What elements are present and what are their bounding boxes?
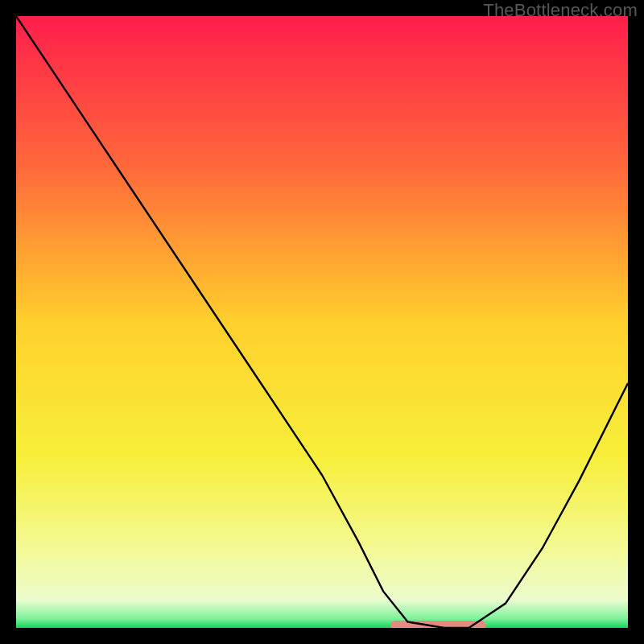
curve-layer [16,16,628,628]
plot-area [16,16,628,628]
bottleneck-curve [16,16,628,628]
chart-stage: TheBottleneck.com [0,0,644,644]
